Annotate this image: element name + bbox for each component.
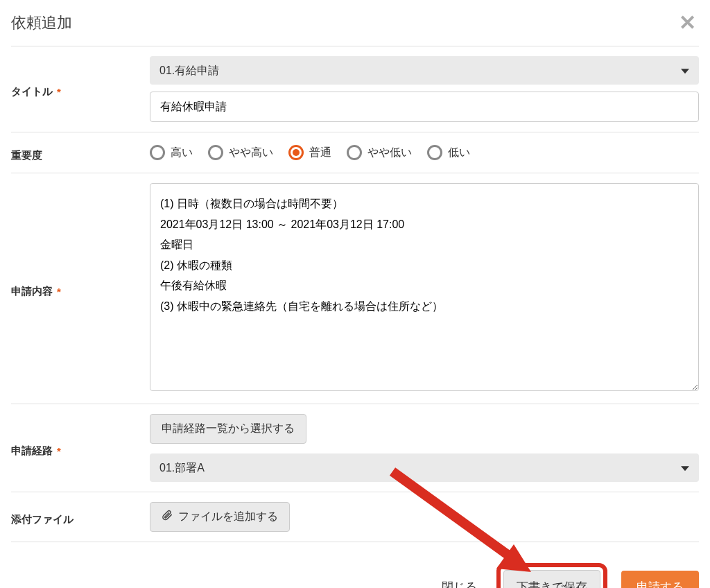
importance-option-somewhat-low[interactable]: やや低い xyxy=(347,145,412,160)
label-content-text: 申請内容 xyxy=(11,285,53,298)
annotation-highlight: 下書きで保存 xyxy=(496,563,607,588)
label-title: タイトル * xyxy=(11,80,150,98)
label-content: 申請内容 * xyxy=(11,279,150,298)
label-importance: 重要度 xyxy=(11,144,150,162)
required-mark: * xyxy=(57,445,61,457)
radio-icon xyxy=(427,145,442,160)
paperclip-icon xyxy=(162,510,173,524)
radio-icon xyxy=(288,145,304,160)
importance-radio-group: 高い やや高い 普通 やや低い 低い xyxy=(150,142,699,163)
importance-option-high[interactable]: 高い xyxy=(150,145,193,160)
radio-label: 低い xyxy=(448,146,470,160)
select-route-button-label: 申請経路一覧から選択する xyxy=(162,422,295,436)
label-title-text: タイトル xyxy=(11,85,53,98)
importance-option-normal[interactable]: 普通 xyxy=(288,145,331,160)
radio-icon xyxy=(347,145,362,160)
title-input[interactable] xyxy=(150,92,699,122)
add-file-button-label: ファイルを追加する xyxy=(178,510,278,524)
importance-option-low[interactable]: 低い xyxy=(427,145,470,160)
label-route: 申請経路 * xyxy=(11,439,150,458)
close-button[interactable]: 閉じる xyxy=(436,572,483,588)
select-route-button[interactable]: 申請経路一覧から選択する xyxy=(150,414,306,444)
required-mark: * xyxy=(57,86,61,98)
modal-title: 依頼追加 xyxy=(11,12,72,33)
title-template-select[interactable]: 01.有給申請 xyxy=(150,56,699,85)
close-icon[interactable]: ✕ xyxy=(676,12,699,33)
label-importance-text: 重要度 xyxy=(11,149,42,162)
submit-button[interactable]: 申請する xyxy=(621,571,699,588)
label-attachment: 添付ファイル xyxy=(11,508,150,526)
radio-icon xyxy=(208,145,223,160)
radio-label: やや高い xyxy=(229,146,273,160)
save-draft-button[interactable]: 下書きで保存 xyxy=(503,570,600,588)
radio-label: 普通 xyxy=(309,146,331,160)
radio-label: 高い xyxy=(171,146,193,160)
label-route-text: 申請経路 xyxy=(11,444,53,458)
content-textarea[interactable] xyxy=(150,183,699,391)
importance-option-somewhat-high[interactable]: やや高い xyxy=(208,145,273,160)
route-select[interactable]: 01.部署A xyxy=(150,453,699,482)
radio-icon xyxy=(150,145,165,160)
add-file-button[interactable]: ファイルを追加する xyxy=(150,502,290,532)
label-attachment-text: 添付ファイル xyxy=(11,513,73,526)
radio-label: やや低い xyxy=(367,146,412,160)
required-mark: * xyxy=(57,286,61,297)
